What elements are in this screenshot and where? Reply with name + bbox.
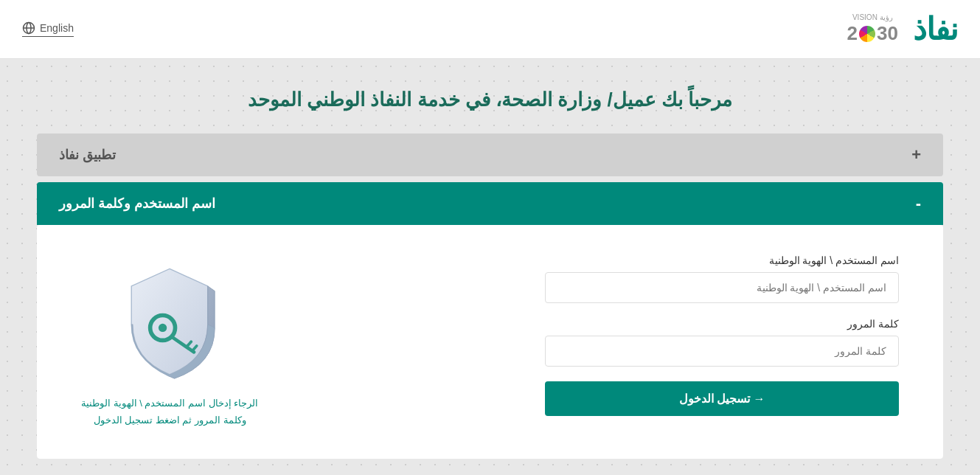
illustration-area: الرجاء إدخال اسم المستخدم \ الهوية الوطن… [81,254,258,429]
form-panel: اسم المستخدم \ الهوية الوطنية كلمة المرو… [37,225,943,459]
accordion-item-username-password: - اسم المستخدم وكلمة المرور اسم المستخدم… [37,182,943,459]
vision-text: VISION رؤية [852,13,893,22]
login-form: اسم المستخدم \ الهوية الوطنية كلمة المرو… [545,254,899,416]
vision-logo: VISION رؤية 2 30 [847,13,898,45]
logo-area: VISION رؤية 2 30 نفاذ [847,11,958,47]
helper-text-line2: وكلمة المرور ثم اضغط تسجيل الدخول [81,412,258,429]
accordion-item-nafath-app: + تطبيق نفاذ [37,134,943,176]
vision-year: 2 30 [847,22,898,45]
login-button-label: → تسجيل الدخول [679,392,765,406]
nafath-logo: نفاذ [913,11,958,47]
accordion-title-1: تطبيق نفاذ [59,147,116,163]
language-label: English [40,22,74,34]
accordion-title-2: اسم المستخدم وكلمة المرور [59,195,215,212]
login-button[interactable]: → تسجيل الدخول [545,381,899,416]
main-content: مرحباً بك عميل/ وزارة الصحة، في خدمة الن… [0,59,980,475]
accordion-toggle-2: - [916,195,921,212]
accordion-toggle-1: + [911,147,921,163]
accordion-header-username-password[interactable]: - اسم المستخدم وكلمة المرور [37,182,943,225]
shield-key-illustration [114,262,225,380]
password-input[interactable] [545,336,899,367]
language-switcher[interactable]: English [22,21,74,37]
username-input[interactable] [545,272,899,303]
svg-point-7 [159,324,167,332]
helper-text-line1: الرجاء إدخال اسم المستخدم \ الهوية الوطن… [81,395,258,412]
page-title: مرحباً بك عميل/ وزارة الصحة، في خدمة الن… [37,89,943,111]
accordion-header-nafath-app[interactable]: + تطبيق نفاذ [37,134,943,176]
helper-text: الرجاء إدخال اسم المستخدم \ الهوية الوطن… [81,395,258,429]
username-label: اسم المستخدم \ الهوية الوطنية [545,254,899,266]
password-group: كلمة المرور [545,318,899,367]
username-group: اسم المستخدم \ الهوية الوطنية [545,254,899,303]
password-label: كلمة المرور [545,318,899,330]
header: English VISION رؤية 2 30 نفاذ [0,0,980,59]
globe-icon [22,21,35,35]
